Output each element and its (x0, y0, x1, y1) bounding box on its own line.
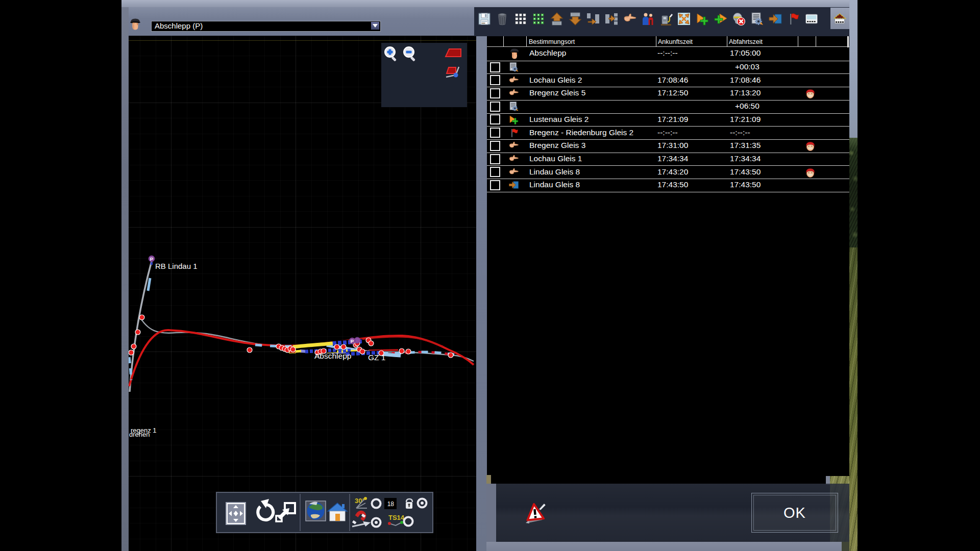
svg-text:P: P (150, 256, 154, 262)
svg-text:P: P (351, 338, 354, 344)
svg-text:TS14: TS14 (388, 514, 405, 521)
svg-text:18: 18 (387, 500, 395, 508)
